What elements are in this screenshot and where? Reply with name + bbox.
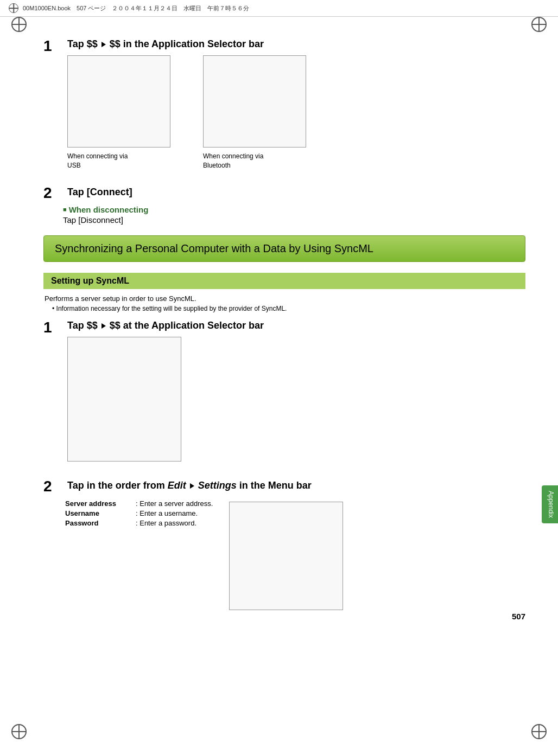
server-address-value: : Enter a server address. xyxy=(136,499,213,508)
step2-title: Tap [Connect] xyxy=(67,187,132,198)
step1-content: Tap $$ $$ in the Application Selector ba… xyxy=(67,39,525,177)
settings-table: Server address : Enter a server address.… xyxy=(65,499,213,605)
images-row: When connecting via USB When connecting … xyxy=(67,55,525,170)
crosshair-bl-icon xyxy=(11,724,27,739)
usb-screen-image xyxy=(67,55,170,148)
arrow-icon-1 xyxy=(102,42,106,47)
section1-step2: 2 Tap [Connect] xyxy=(43,185,525,201)
header-bar: 00M1000EN.book 507 ページ ２００４年１１月２４日 水曜日 午… xyxy=(0,0,558,17)
usb-image-wrap: When connecting via USB xyxy=(67,55,170,170)
section2-step2-number: 2 xyxy=(43,479,63,494)
password-row: Password : Enter a password. xyxy=(65,519,213,527)
password-label: Password xyxy=(65,519,136,527)
section2-step1-content: Tap $$ $$ at the Application Selector ba… xyxy=(67,320,525,470)
section2-step2: 2 Tap in the order from Edit Settings in… xyxy=(43,479,525,494)
tap-disconnect-label: Tap [Disconnect] xyxy=(63,215,525,225)
section2-step1: 1 Tap $$ $$ at the Application Selector … xyxy=(43,320,525,470)
bt-image-wrap: When connecting via Bluetooth xyxy=(203,55,306,170)
when-disconnecting-label: When disconnecting xyxy=(63,205,525,214)
username-value: : Enter a username. xyxy=(136,509,198,517)
username-row: Username : Enter a username. xyxy=(65,509,213,517)
crosshair-br-icon xyxy=(531,724,547,739)
setting-bullet: Information necessary for the setting wi… xyxy=(52,305,525,312)
section2-step1-number: 1 xyxy=(43,320,63,335)
section2-header: Synchronizing a Personal Computer with a… xyxy=(43,235,525,262)
password-value: : Enter a password. xyxy=(136,519,196,527)
arrow-icon-2 xyxy=(102,323,106,329)
server-address-label: Server address xyxy=(65,499,136,508)
usb-caption: When connecting via USB xyxy=(67,152,128,170)
section2-step2-title: Tap in the order from Edit Settings in t… xyxy=(67,480,312,491)
section2-step1-title: Tap $$ $$ at the Application Selector ba… xyxy=(67,320,525,331)
appendix-tab: Appendix xyxy=(542,485,558,523)
main-content: 1 Tap $$ $$ in the Application Selector … xyxy=(0,17,558,632)
arrow-icon-3 xyxy=(190,483,194,489)
server-address-row: Server address : Enter a server address. xyxy=(65,499,213,508)
edit-label: Edit xyxy=(168,480,186,491)
section1-step1: 1 Tap $$ $$ in the Application Selector … xyxy=(43,39,525,177)
step2-number: 2 xyxy=(43,185,63,201)
setting-up-header: Setting up SyncML xyxy=(43,273,525,289)
step1-number: 1 xyxy=(43,39,63,54)
step1-title: Tap $$ $$ in the Application Selector ba… xyxy=(67,39,525,50)
syncml-screen-image xyxy=(67,337,181,462)
bt-screen-image xyxy=(203,55,306,148)
header-text: 00M1000EN.book 507 ページ ２００４年１１月２４日 水曜日 午… xyxy=(23,4,249,12)
corner-mark-bl xyxy=(11,723,27,740)
page-number: 507 xyxy=(512,612,525,621)
corner-mark-br xyxy=(531,723,547,740)
setting-description: Performs a server setup in order to use … xyxy=(45,294,525,303)
bt-caption: When connecting via Bluetooth xyxy=(203,152,263,170)
settings-label: Settings xyxy=(198,480,237,491)
section2-header-text: Synchronizing a Personal Computer with a… xyxy=(55,242,373,254)
username-label: Username xyxy=(65,509,136,517)
header-crosshair-icon xyxy=(9,3,18,13)
settings-screen-image xyxy=(229,502,343,610)
